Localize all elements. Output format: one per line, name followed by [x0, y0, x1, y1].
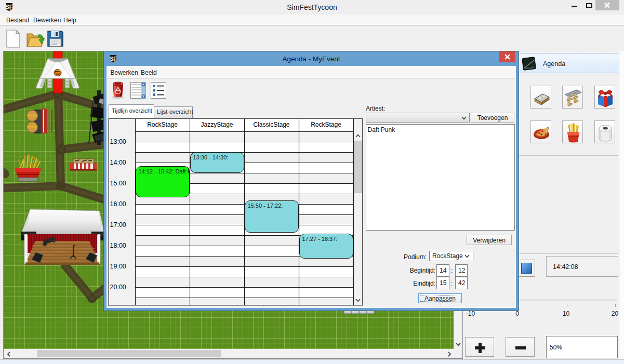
svg-text:SF: SF	[5, 4, 12, 10]
svg-text:SF: SF	[110, 56, 117, 62]
